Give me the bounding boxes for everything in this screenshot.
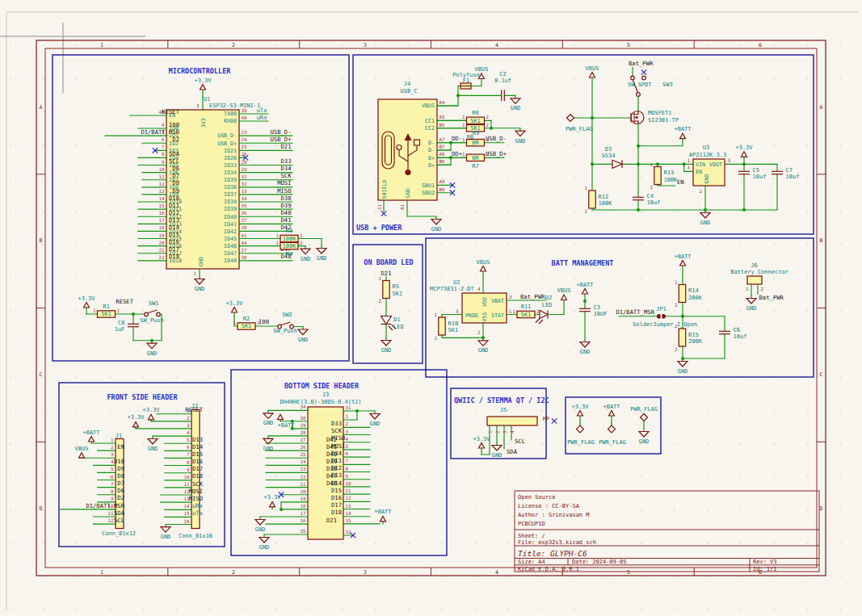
- net-label[interactable]: D1/BATT_MSR: [86, 502, 124, 509]
- title-batt-management: BATT MANAGEMENT: [552, 259, 614, 267]
- net-label[interactable]: RESET: [162, 108, 179, 115]
- net-label-reset[interactable]: RESET: [116, 298, 133, 305]
- net-label[interactable]: D10: [169, 195, 179, 202]
- net-label[interactable]: USB_D-: [271, 128, 292, 136]
- net-label[interactable]: MISO: [189, 495, 203, 502]
- net-label[interactable]: RESET: [185, 406, 203, 413]
- net-label-d21[interactable]: D21: [381, 270, 392, 277]
- net-label[interactable]: D34: [281, 165, 292, 172]
- net-label[interactable]: MOSI: [189, 488, 203, 495]
- net-label[interactable]: D7: [172, 172, 179, 179]
- net-label[interactable]: D16: [169, 238, 179, 245]
- net-label-en-u3[interactable]: EN: [677, 178, 684, 186]
- net-label[interactable]: I00: [169, 121, 179, 128]
- net-label[interactable]: MOSI: [331, 442, 345, 450]
- net-label[interactable]: D33: [281, 157, 292, 165]
- net-label[interactable]: D17: [192, 465, 203, 472]
- net-label[interactable]: SCK: [281, 172, 292, 179]
- pin-name: CC1: [425, 118, 435, 124]
- net-label[interactable]: D14: [331, 480, 342, 487]
- net-label-scl-qwiic[interactable]: SCL: [515, 438, 525, 445]
- net-label[interactable]: SCK: [192, 480, 204, 488]
- net-label[interactable]: D8: [117, 472, 124, 480]
- resistor-r14[interactable]: [679, 285, 685, 303]
- net-label[interactable]: uTx: [257, 107, 268, 114]
- net-label[interactable]: D18: [192, 472, 203, 480]
- net-label[interactable]: D21: [281, 143, 292, 150]
- net-label[interactable]: D13: [192, 436, 203, 443]
- pin-name: D-: [428, 147, 435, 153]
- net-label[interactable]: D15: [192, 450, 203, 458]
- net-label[interactable]: D18: [331, 509, 342, 516]
- net-label[interactable]: D2: [117, 494, 124, 501]
- junction-dot: [150, 339, 153, 342]
- net-label[interactable]: MOSI: [277, 179, 291, 186]
- net-label[interactable]: SCL: [169, 157, 179, 165]
- net-label[interactable]: uRx: [257, 114, 268, 121]
- net-label[interactable]: D38: [281, 195, 292, 202]
- resistor-r10[interactable]: [439, 317, 445, 335]
- pin-number: 7: [111, 482, 114, 487]
- net-label[interactable]: SDA: [114, 509, 125, 517]
- power-label: +3.3V: [225, 300, 243, 307]
- net-label[interactable]: D6: [172, 165, 179, 172]
- net-label[interactable]: D12: [331, 464, 342, 471]
- frame-row-label: D: [40, 505, 43, 512]
- net-label[interactable]: MISO: [331, 434, 345, 442]
- net-label[interactable]: EN: [117, 443, 124, 450]
- net-label[interactable]: D11: [331, 457, 342, 464]
- net-label[interactable]: D7: [117, 480, 124, 487]
- net-label[interactable]: D15: [331, 487, 342, 494]
- net-label-batpwr-j6[interactable]: Bat_PWR: [759, 294, 784, 301]
- schematic-canvas[interactable]: MICROCONTROLLER USB + POWER ON BOARD LED…: [0, 0, 862, 616]
- j3-ref: J3: [322, 392, 329, 398]
- net-label[interactable]: D9: [172, 187, 179, 195]
- net-label[interactable]: D17: [331, 501, 342, 509]
- pin-number: 7: [162, 145, 165, 149]
- net-label[interactable]: D6: [117, 487, 124, 494]
- net-label[interactable]: D10: [114, 458, 124, 465]
- resistor-r13[interactable]: [654, 167, 661, 185]
- net-label[interactable]: D34: [331, 450, 342, 457]
- net-label[interactable]: D21: [326, 517, 337, 524]
- net-label[interactable]: D11: [169, 202, 179, 209]
- net-label-d1battmsr[interactable]: D1/BATT_MSR: [616, 308, 654, 316]
- pin-number: 29: [301, 423, 306, 428]
- net-label[interactable]: D41: [281, 216, 292, 224]
- net-label[interactable]: SCL: [114, 517, 124, 524]
- resistor-r12[interactable]: [589, 191, 595, 208]
- resistor-r5[interactable]: [383, 281, 389, 299]
- net-label[interactable]: D13: [331, 471, 342, 479]
- net-label[interactable]: D18: [169, 253, 179, 260]
- net-label[interactable]: D14: [169, 224, 179, 231]
- net-label[interactable]: MISO: [277, 187, 291, 195]
- net-label-io0[interactable]: I00: [259, 318, 269, 325]
- resistor-r15[interactable]: [679, 329, 685, 346]
- net-label[interactable]: USB_D+: [271, 136, 292, 143]
- net-label[interactable]: uRx: [192, 502, 204, 509]
- net-label[interactable]: SCK: [331, 427, 343, 434]
- net-label-sda-qwiic[interactable]: SDA: [507, 448, 518, 455]
- net-label-ddm[interactable]: DD-: [452, 135, 462, 142]
- net-label[interactable]: D17: [169, 245, 179, 253]
- net-label-batpwr-u2[interactable]: Bat_PWR: [520, 293, 545, 300]
- net-label[interactable]: D33: [331, 420, 342, 427]
- net-label[interactable]: D16: [192, 458, 203, 465]
- net-label[interactable]: D15: [169, 231, 179, 238]
- pin-number: 16: [159, 211, 165, 216]
- net-label[interactable]: D14: [192, 443, 203, 450]
- net-label[interactable]: D1/BATT_MSR: [141, 128, 179, 136]
- net-label[interactable]: D40: [281, 209, 292, 216]
- net-label[interactable]: D39: [281, 202, 292, 209]
- net-label-ddp[interactable]: DD+: [452, 150, 463, 157]
- net-label[interactable]: D13: [169, 216, 179, 224]
- net-label[interactable]: D16: [331, 494, 342, 501]
- net-label[interactable]: uTx: [192, 509, 204, 517]
- net-label[interactable]: D12: [169, 209, 179, 216]
- j1-value: Conn_01x12: [102, 530, 136, 537]
- net-label[interactable]: D8: [172, 179, 179, 186]
- net-label[interactable]: D2: [172, 136, 179, 143]
- net-label[interactable]: SDA: [169, 150, 180, 157]
- net-label-batpwr-sw3[interactable]: Bat_PWR: [629, 60, 654, 67]
- net-label[interactable]: D9: [117, 465, 124, 472]
